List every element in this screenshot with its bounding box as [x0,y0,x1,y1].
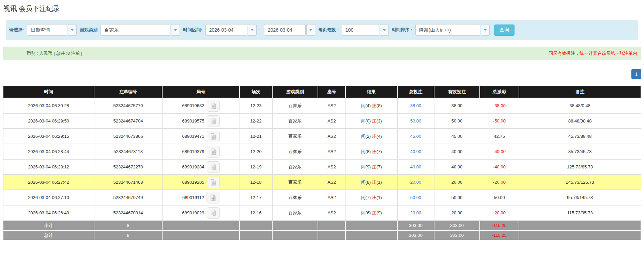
video-record-button[interactable] [207,207,220,219]
cell-round-no-wrap: 689019205 [162,175,240,190]
cell-bet-no: 523244675770 [94,98,162,113]
summary-total-bet: 303.00 [397,220,434,230]
cell-payout: -40.00 [480,144,519,159]
cell-round-no: 689019471 [182,134,204,139]
date-from-dropdown-button[interactable] [248,24,257,36]
cell-total-bet[interactable]: 40.00 [397,144,434,159]
cell-total-bet[interactable]: 50.00 [397,113,434,129]
page-size-dropdown-button[interactable] [380,24,389,36]
sort-order-dropdown-button[interactable] [481,24,490,36]
query-type-dropdown-button[interactable] [68,24,77,36]
video-record-button[interactable] [207,115,220,127]
video-record-button[interactable] [207,131,220,142]
cell-remark: 38.48/0.48 [519,98,641,113]
cell-result: 闲(6) 庄(9) [346,205,397,220]
result-banker: 庄 [372,118,377,124]
cell-total-bet[interactable]: 38.00 [397,98,434,113]
cell-session: 12-21 [240,129,272,144]
video-record-button[interactable] [206,192,219,203]
video-record-icon [210,163,217,171]
video-record-icon [209,194,217,201]
cell-round-no: 689019284 [182,164,204,169]
cell-round-no-wrap: 689019112 [162,190,240,205]
result-player-pts: (6) [365,210,372,215]
result-banker-pts: (3) [377,118,382,124]
table-row: 2026-03-04 06:28:44 523244673118 6890193… [3,144,641,159]
chevron-down-icon [383,29,386,31]
result-banker-pts: (1) [377,195,382,200]
result-banker: 庄 [372,164,377,169]
table-row: 2026-03-04 06:28:12 523244672278 6890192… [3,159,641,175]
summary-valid-bet: 303.00 [434,220,480,230]
cell-time: 2026-03-04 06:29:15 [3,129,94,144]
page-size-select[interactable]: 100 [342,24,379,36]
chevron-down-icon [309,29,312,31]
search-button[interactable]: 查询 [494,24,515,36]
cell-time: 2026-03-04 06:30:28 [3,98,94,113]
result-banker: 庄 [372,195,377,200]
column-header: 注单编号 [94,85,162,98]
filter-bar: 请选择: 日期查询 游戏类别 百家乐 时间区间: 2026-03-04 ~ 20… [6,20,638,40]
same-round-notice: 同局有效投注，统一计算在该局第一张注单内 [549,50,637,56]
cell-table-no: AS2 [318,205,346,220]
column-header: 总投注 [397,85,434,98]
date-range-separator: ~ [259,27,262,33]
cell-round-no: 689019112 [182,195,204,200]
date-to-input[interactable]: 2026-03-04 [264,24,306,36]
cell-time: 2026-03-04 06:28:12 [3,159,94,175]
cell-payout: 42.75 [480,129,519,144]
page-size-label: 每页笔数 : [318,27,339,33]
cell-total-bet[interactable]: 40.00 [397,159,434,175]
column-header: 总派彩 [480,85,519,98]
cell-session: 12-23 [240,98,272,113]
cell-result: 闲(7) 庄(1) [346,190,397,205]
cell-payout: 50.00 [480,190,519,205]
pagination: 1 [3,69,641,79]
cell-total-bet[interactable]: 45.00 [397,129,434,144]
video-record-button[interactable] [207,161,220,173]
table-body: 2026-03-04 06:30:28 523244675770 6890196… [3,98,641,240]
video-record-button[interactable] [207,177,220,188]
result-banker-pts: (7) [377,164,382,169]
page-size-select-group: 100 [342,24,389,36]
cell-result: 闲(9) 庄(7) [346,159,397,175]
table-row: 2026-03-04 06:30:28 523244675770 6890196… [3,98,641,113]
cell-total-bet[interactable]: 20.00 [397,175,434,190]
result-banker: 庄 [372,149,377,154]
query-type-label: 请选择: [9,27,24,33]
column-header: 结果 [346,85,397,98]
cell-valid-bet: 20.00 [434,175,480,190]
game-type-select[interactable]: 百家乐 [101,24,170,36]
result-player: 闲 [361,210,365,215]
cell-valid-bet: 40.00 [434,144,480,159]
video-record-button[interactable] [207,100,220,112]
cell-total-bet[interactable]: 20.00 [397,205,434,220]
video-record-icon [210,102,217,110]
game-type-select-group: 百家乐 [101,24,180,36]
date-from-input[interactable]: 2026-03-04 [205,24,247,36]
cell-game: 百家乐 [272,159,318,175]
sort-order-select[interactable]: 降冪(由大到小) [415,24,480,36]
video-record-button[interactable] [207,146,220,158]
page: 视讯 会员下注纪录 请选择: 日期查询 游戏类别 百家乐 时间区间: 2026-… [0,4,644,241]
cell-session: 12-17 [240,190,272,205]
result-player-pts: (2) [365,134,372,139]
bet-records-table: 时间注单编号局号场次游戏类别桌号结果总投注有效投注总派彩备注 2026-03-0… [3,85,641,241]
cell-valid-bet: 45.00 [434,129,480,144]
cell-session: 12-19 [240,159,272,175]
table-row: 2026-03-04 06:26:40 523244670014 6890190… [3,205,641,220]
summary-label: 总计 [3,230,94,240]
cell-time: 2026-03-04 06:27:42 [3,175,94,190]
result-banker: 庄 [372,103,377,108]
cell-total-bet[interactable]: 50.00 [397,190,434,205]
query-type-select-group: 日期查询 [27,24,77,36]
date-to-dropdown-button[interactable] [306,24,315,36]
pagination-page-1-button[interactable]: 1 [631,69,641,79]
column-header: 场次 [240,85,272,98]
column-header: 有效投注 [434,85,480,98]
game-type-dropdown-button[interactable] [171,24,180,36]
cell-bet-no: 523244673866 [94,129,162,144]
cell-result: 闲(2) 庄(4) [346,129,397,144]
query-type-select[interactable]: 日期查询 [27,24,67,36]
cell-round-no: 689019029 [182,210,204,215]
